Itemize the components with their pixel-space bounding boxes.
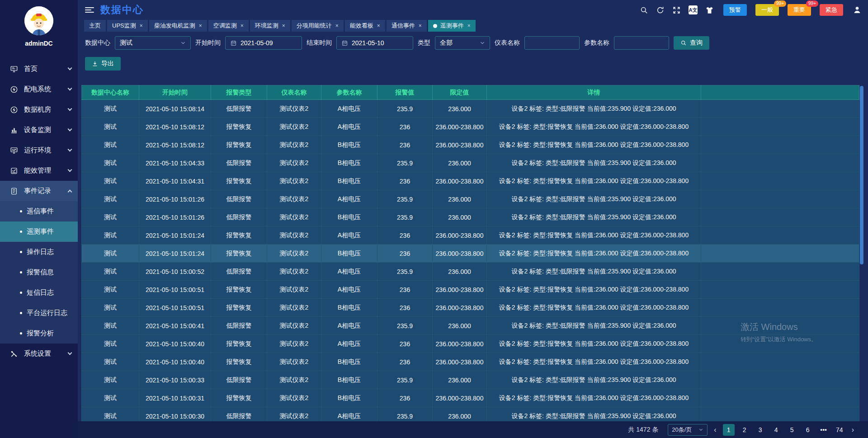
table-row[interactable]: 测试2021-05-10 15:00:30低限报警测试仪表2A相电压235.92… [82,407,859,422]
table-row[interactable]: 测试2021-05-10 15:00:41低限报警测试仪表2A相电压235.92… [82,317,859,335]
search-icon[interactable] [640,6,648,14]
page-button-3[interactable]: 3 [755,424,766,436]
sidebar-item-event-record[interactable]: 事件记录 [0,181,78,201]
table-row[interactable]: 测试2021-05-10 15:00:40报警恢复测试仪表2A相电压236236… [82,335,859,353]
sidebar-item-runtime-env[interactable]: 运行环境 [0,140,78,160]
tab-close-icon[interactable]: × [241,23,244,29]
page-button-1[interactable]: 1 [723,424,735,436]
sidebar-item-sms-log[interactable]: 短信日志 [0,283,78,303]
tab-diesel[interactable]: 柴油发电机监测× [149,20,207,32]
tab-close-icon[interactable]: × [335,23,339,29]
table-row[interactable]: 测试2021-05-10 15:00:52低限报警测试仪表2A相电压235.92… [82,263,859,281]
language-icon[interactable]: A文 [689,5,698,14]
tab-close-icon[interactable]: × [282,23,285,29]
column-header: 开始时间 [139,85,211,100]
table-row[interactable]: 测试2021-05-10 15:01:24报警恢复测试仪表2A相电压236236… [82,226,859,245]
page-button-74[interactable]: 74 [834,424,845,436]
page-button-5[interactable]: 5 [786,424,798,436]
tab-close-icon[interactable]: × [140,23,143,29]
sidebar-item-energy-mgmt[interactable]: 能效管理 [0,160,78,181]
meter-name-label: 仪表名称 [495,39,520,47]
table-row[interactable]: 测试2021-05-10 15:08:14低限报警测试仪表2A相电压235.92… [82,100,859,118]
table-row[interactable]: 测试2021-05-10 15:00:31报警恢复测试仪表2B相电压236236… [82,389,859,407]
sidebar-item-device-monitor[interactable]: 设备监测 [0,120,78,140]
param-name-input[interactable] [614,36,669,50]
table-cell-filler [701,407,859,422]
start-date-input[interactable]: 2021-05-09 [225,36,302,50]
user-icon[interactable] [853,5,862,14]
export-button[interactable]: 导出 [85,57,121,71]
sidebar-item-alarm-info[interactable]: 报警信息 [0,262,78,283]
meter-name-input[interactable] [524,36,580,50]
table-cell: 236.000 [433,317,487,335]
tab-hvac[interactable]: 空调监测× [208,20,249,32]
tab-ups[interactable]: UPS监测× [107,20,148,32]
table-cell: B相电压 [321,389,377,407]
table-row[interactable]: 测试2021-05-10 15:08:12报警恢复测试仪表2B相电压236236… [82,136,859,154]
tab-env[interactable]: 环境监测× [250,20,290,32]
table-cell: 报警恢复 [211,281,267,299]
table-row[interactable]: 测试2021-05-10 15:00:33低限报警测试仪表2B相电压235.92… [82,371,859,389]
chevron-down-icon [68,168,72,172]
table-row[interactable]: 测试2021-05-10 15:04:33低限报警测试仪表2B相电压235.92… [82,154,859,172]
sidebar-item-alarm-analysis[interactable]: 报警分析 [0,323,78,344]
theme-skin-icon[interactable] [705,6,714,14]
tab-label: 柴油发电机监测 [154,22,195,30]
sidebar-item-remote-signal-event[interactable]: 遥信事件 [0,201,78,221]
query-button[interactable]: 查询 [674,36,709,50]
table-cell: 设备2 标签: 类型:报警恢复 当前值:236.000 设定值:236.000-… [487,353,701,371]
chevron-up-icon [68,190,72,194]
table-row[interactable]: 测试2021-05-10 15:04:31报警恢复测试仪表2B相电压236236… [82,172,859,190]
tab-close-icon[interactable]: × [377,23,380,29]
level-button-urgent[interactable]: 紧急 [820,4,843,16]
sidebar-item-power-system[interactable]: 配电系统 [0,79,78,99]
table-cell: 测试仪表2 [267,118,321,136]
table-cell: 测试仪表2 [267,299,321,317]
page-size-select[interactable]: 20条/页 [668,424,708,436]
table-row[interactable]: 测试2021-05-10 15:01:26低限报警测试仪表2A相电压235.92… [82,190,859,208]
tab-home[interactable]: 主页 [84,20,106,32]
level-button-warning[interactable]: 预警 [723,4,747,16]
tab-close-icon[interactable]: × [199,23,202,29]
sidebar-item-home[interactable]: 首页 [0,59,78,79]
end-time-label: 结束时间 [307,39,332,47]
type-select[interactable]: 全部 [435,36,490,50]
table-cell: 报警恢复 [211,118,267,136]
datacenter-select[interactable]: 测试 [115,36,191,50]
table-row[interactable]: 测试2021-05-10 15:01:26低限报警测试仪表2B相电压235.92… [82,208,859,226]
page-button-2[interactable]: 2 [739,424,750,436]
tab-close-icon[interactable]: × [467,23,471,29]
page-button-6[interactable]: 6 [802,424,814,436]
column-header: 详情 [487,85,701,100]
table-cell: 报警恢复 [211,226,267,245]
tab-comm-event[interactable]: 通信事件× [387,20,427,32]
table-row[interactable]: 测试2021-05-10 15:08:12报警恢复测试仪表2A相电压236236… [82,118,859,136]
prev-page-button[interactable]: ‹ [712,426,718,434]
end-date-input[interactable]: 2021-05-10 [336,36,413,50]
table-row[interactable]: 测试2021-05-10 15:00:40报警恢复测试仪表2B相电压236236… [82,353,859,371]
tab-energy-board[interactable]: 能效看板× [345,20,385,32]
tab-close-icon[interactable]: × [419,23,422,29]
vertical-scrollbar[interactable] [860,86,863,264]
sidebar-item-system-settings[interactable]: 系统设置 [0,344,78,364]
sidebar-item-label: 遥信事件 [27,207,54,216]
sidebar-item-platform-log[interactable]: 平台运行日志 [0,303,78,323]
page-buttons: 123456•••74 [723,424,845,436]
table-row[interactable]: 测试2021-05-10 15:01:24报警恢复测试仪表2B相电压236236… [82,245,859,263]
table-cell: 测试 [82,245,139,263]
refresh-icon[interactable] [656,6,665,14]
fullscreen-icon[interactable] [672,6,681,14]
sidebar-item-label: 平台运行日志 [27,309,67,317]
page-button-4[interactable]: 4 [770,424,782,436]
tab-energy-stat[interactable]: 分项用能统计× [292,20,344,32]
sidebar-item-operation-log[interactable]: 操作日志 [0,242,78,262]
sidebar-item-telemetry-event[interactable]: 遥测事件 [0,221,78,242]
sidebar-item-label: 设备监测 [24,126,51,134]
tab-telemetry-event[interactable]: 遥测事件× [428,20,476,32]
next-page-button[interactable]: › [849,426,856,434]
table-cell: A相电压 [321,100,377,118]
sidebar-item-data-room[interactable]: 数据机房 [0,99,78,120]
collapse-menu-icon[interactable] [85,7,94,13]
table-row[interactable]: 测试2021-05-10 15:00:51报警恢复测试仪表2B相电压236236… [82,299,859,317]
table-row[interactable]: 测试2021-05-10 15:00:51报警恢复测试仪表2A相电压236236… [82,281,859,299]
